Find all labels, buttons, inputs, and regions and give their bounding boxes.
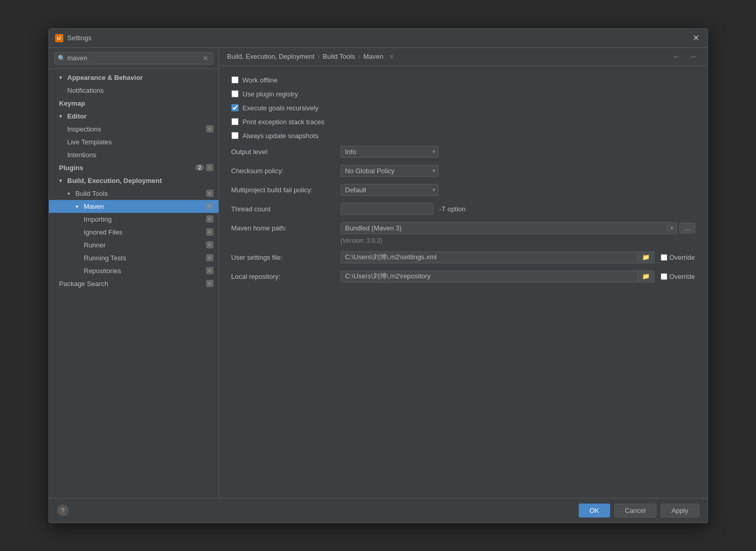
forward-button[interactable]: → bbox=[687, 52, 699, 61]
execute-goals-label: Execute goals recursively bbox=[243, 104, 318, 112]
sidebar-item-runner[interactable]: Runner ≡ bbox=[49, 239, 219, 252]
settings-icon: ≡ bbox=[206, 280, 213, 287]
print-exception-row: Print exception stack traces bbox=[231, 118, 695, 126]
print-exception-checkbox[interactable] bbox=[231, 118, 239, 125]
local-repo-input[interactable] bbox=[341, 271, 637, 282]
chevron-down-icon: ▾ bbox=[59, 178, 65, 183]
local-repo-override-wrap: Override bbox=[661, 273, 695, 280]
always-update-checkbox[interactable] bbox=[231, 132, 239, 139]
execute-goals-checkbox[interactable] bbox=[231, 104, 239, 111]
settings-icon: ≡ bbox=[206, 215, 213, 223]
breadcrumb-menu-icon[interactable]: ≡ bbox=[390, 53, 393, 60]
maven-version-text: (Version: 3.6.3) bbox=[341, 237, 695, 244]
work-offline-row: Work offline bbox=[231, 76, 695, 84]
multiproject-policy-select-wrapper: Default Fail Fast Fail At End Never Fail bbox=[341, 184, 439, 196]
user-settings-override-checkbox[interactable] bbox=[661, 254, 667, 261]
output-level-row: Output level: Debug Info Warning Error bbox=[231, 146, 695, 158]
dialog-title: Settings bbox=[68, 34, 92, 42]
chevron-down-icon: ▾ bbox=[59, 75, 65, 80]
sidebar-item-running-tests[interactable]: Running Tests ≡ bbox=[49, 252, 219, 264]
sidebar-item-plugins[interactable]: Plugins 2 ≡ bbox=[49, 161, 219, 174]
settings-icon: ≡ bbox=[206, 254, 213, 261]
apply-button[interactable]: Apply bbox=[661, 504, 699, 517]
breadcrumb-sep-1: › bbox=[317, 53, 320, 60]
breadcrumb-part-1: Build, Execution, Deployment bbox=[227, 53, 315, 60]
breadcrumb: Build, Execution, Deployment › Build Too… bbox=[219, 48, 708, 66]
settings-icon: ≡ bbox=[206, 125, 213, 132]
search-icon: 🔍 bbox=[58, 55, 65, 62]
cancel-button[interactable]: Cancel bbox=[614, 504, 657, 517]
sidebar-item-ignored-files[interactable]: Ignored Files ≡ bbox=[49, 226, 219, 239]
settings-body: Work offline Use plugin registry Execute… bbox=[219, 66, 708, 498]
breadcrumb-part-2: Build Tools bbox=[323, 53, 355, 60]
back-button[interactable]: ← bbox=[670, 52, 683, 61]
thread-count-input[interactable] bbox=[341, 203, 433, 215]
main-panel: Build, Execution, Deployment › Build Too… bbox=[219, 48, 708, 498]
breadcrumb-sep-2: › bbox=[358, 53, 360, 60]
sidebar-item-live-templates[interactable]: Live Templates bbox=[49, 136, 219, 148]
use-plugin-registry-checkbox[interactable] bbox=[231, 90, 239, 97]
sidebar-item-importing[interactable]: Importing ≡ bbox=[49, 213, 219, 226]
search-clear-button[interactable]: ✕ bbox=[201, 54, 210, 62]
multiproject-policy-row: Multiproject build fail policy: Default … bbox=[231, 184, 695, 196]
close-button[interactable]: ✕ bbox=[691, 33, 701, 43]
sidebar-item-repositories[interactable]: Repositories ≡ bbox=[49, 264, 219, 277]
sidebar-item-build-execution[interactable]: ▾ Build, Execution, Deployment bbox=[49, 174, 219, 187]
sidebar-item-build-tools[interactable]: ▾ Build Tools ≡ bbox=[49, 187, 219, 200]
nav-tree: ▾ Appearance & Behavior Notifications Ke… bbox=[49, 69, 219, 292]
maven-home-dropdown-button[interactable]: ▾ bbox=[667, 225, 677, 231]
multiproject-policy-label: Multiproject build fail policy: bbox=[231, 186, 334, 194]
output-level-select-wrapper: Debug Info Warning Error bbox=[341, 146, 439, 158]
sidebar-item-keymap[interactable]: Keymap bbox=[49, 97, 219, 110]
settings-dialog: IJ Settings ✕ 🔍 ✕ ▾ Appearance & Behavio… bbox=[48, 28, 708, 523]
checksum-policy-row: Checksum policy: No Global Policy Fail W… bbox=[231, 165, 695, 177]
thread-count-row: Thread count -T option bbox=[231, 203, 695, 215]
sidebar-item-appearance[interactable]: ▾ Appearance & Behavior bbox=[49, 71, 219, 84]
local-repo-input-wrap: 📁 bbox=[341, 271, 654, 282]
search-wrap: 🔍 ✕ bbox=[54, 52, 213, 64]
user-settings-label: User settings file: bbox=[231, 254, 334, 261]
search-input[interactable] bbox=[68, 54, 201, 62]
multiproject-policy-select[interactable]: Default Fail Fast Fail At End Never Fail bbox=[341, 184, 439, 196]
work-offline-label: Work offline bbox=[243, 76, 278, 84]
local-repo-override-label: Override bbox=[669, 273, 695, 280]
sidebar-item-inspections[interactable]: Inspections ≡ bbox=[49, 123, 219, 136]
sidebar-item-maven[interactable]: ▾ Maven ≡ bbox=[49, 200, 219, 213]
sidebar-item-editor[interactable]: ▾ Editor bbox=[49, 110, 219, 123]
t-option-label: -T option bbox=[440, 205, 466, 213]
chevron-down-icon: ▾ bbox=[76, 204, 82, 209]
dialog-footer: ? OK Cancel Apply bbox=[49, 498, 708, 523]
maven-home-row: Maven home path: ▾ … bbox=[231, 222, 695, 234]
user-settings-input-wrap: 📁 bbox=[341, 252, 654, 263]
app-icon: IJ bbox=[55, 34, 63, 42]
sidebar-item-notifications[interactable]: Notifications bbox=[49, 84, 219, 97]
output-level-select[interactable]: Debug Info Warning Error bbox=[341, 146, 439, 158]
local-repo-browse-button[interactable]: 📁 bbox=[637, 271, 654, 281]
work-offline-checkbox[interactable] bbox=[231, 76, 239, 84]
user-settings-override-wrap: Override bbox=[661, 254, 695, 261]
main-content: 🔍 ✕ ▾ Appearance & Behavior Notification… bbox=[49, 48, 708, 498]
chevron-down-icon: ▾ bbox=[59, 113, 65, 119]
maven-home-input[interactable] bbox=[341, 223, 667, 233]
breadcrumb-part-3: Maven bbox=[363, 53, 383, 60]
settings-icon: ≡ bbox=[206, 228, 213, 236]
local-repo-label: Local repository: bbox=[231, 273, 334, 280]
search-box: 🔍 ✕ bbox=[49, 48, 219, 69]
ok-button[interactable]: OK bbox=[579, 504, 610, 517]
thread-count-label: Thread count bbox=[231, 205, 334, 213]
settings-icon: ≡ bbox=[206, 241, 213, 248]
maven-home-browse-button[interactable]: … bbox=[679, 223, 695, 233]
use-plugin-registry-label: Use plugin registry bbox=[243, 90, 298, 98]
maven-home-combo: ▾ bbox=[341, 222, 677, 234]
user-settings-browse-button[interactable]: 📁 bbox=[637, 252, 654, 262]
checksum-policy-select[interactable]: No Global Policy Fail Warn Ignore bbox=[341, 165, 439, 177]
sidebar-item-package-search[interactable]: Package Search ≡ bbox=[49, 277, 219, 290]
sidebar-item-intentions[interactable]: Intentions bbox=[49, 148, 219, 161]
plugins-badge: 2 bbox=[195, 164, 204, 171]
local-repo-override-checkbox[interactable] bbox=[661, 273, 667, 280]
title-bar: IJ Settings ✕ bbox=[49, 29, 708, 48]
help-button[interactable]: ? bbox=[57, 505, 69, 516]
always-update-row: Always update snapshots bbox=[231, 132, 695, 140]
user-settings-input[interactable] bbox=[341, 252, 637, 263]
print-exception-label: Print exception stack traces bbox=[243, 118, 325, 126]
